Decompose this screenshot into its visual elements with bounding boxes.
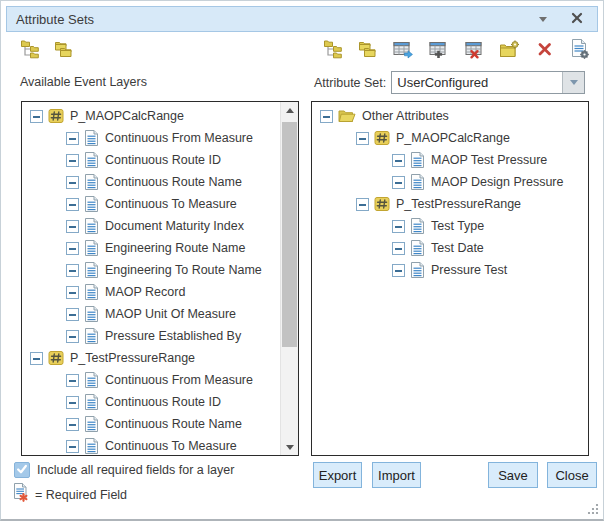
tree-item[interactable]: Continuous Route ID (22, 391, 280, 413)
tree-item[interactable]: Continuous To Measure (22, 193, 280, 215)
tree-item-label: P_MAOPCalcRange (70, 109, 184, 123)
tree-item-label: Engineering To Route Name (105, 263, 262, 277)
folder-tree-icon (20, 39, 40, 59)
attribute-set-tree: Other AttributesP_MAOPCalcRangeMAOP Test… (312, 105, 586, 281)
event-layer-icon (48, 108, 64, 124)
tree-item[interactable]: Test Date (312, 237, 586, 259)
attribute-set-combobox[interactable]: UserConfigured (391, 71, 585, 94)
tree-item[interactable]: MAOP Test Pressure (312, 149, 586, 171)
event-layer-icon (48, 350, 64, 366)
resize-grip[interactable] (587, 503, 599, 515)
tree-item-label: Continuous Route ID (105, 153, 221, 167)
tree-item-label: Continuous Route Name (105, 417, 242, 431)
collapse-toggle[interactable] (356, 132, 369, 145)
field-icon (410, 174, 425, 191)
collapse-toggle[interactable] (66, 330, 79, 343)
tree-item-label: Other Attributes (362, 109, 449, 123)
tree-item[interactable]: Document Maturity Index (22, 215, 280, 237)
collapse-toggle[interactable] (320, 110, 333, 123)
tree-item[interactable]: MAOP Unit Of Measure (22, 303, 280, 325)
folders-icon (54, 41, 74, 58)
tree-item[interactable]: MAOP Design Pressure (312, 171, 586, 193)
tree-item[interactable]: Engineering To Route Name (22, 259, 280, 281)
collapse-toggle[interactable] (66, 220, 79, 233)
remove-table-button[interactable] (461, 38, 483, 60)
tree-item-label: MAOP Unit Of Measure (105, 307, 236, 321)
folder-stack-button[interactable] (50, 38, 72, 60)
right-toolbar (319, 38, 589, 60)
collapse-toggle[interactable] (66, 418, 79, 431)
close-dialog-button[interactable]: Close (547, 462, 597, 488)
tree-item-label: MAOP Design Pressure (431, 175, 563, 189)
collapse-toggle[interactable] (66, 374, 79, 387)
tree-item[interactable]: P_MAOPCalcRange (312, 127, 586, 149)
tree-item[interactable]: Engineering Route Name (22, 237, 280, 259)
save-button[interactable]: Save (488, 462, 538, 488)
collapse-toggle[interactable] (392, 242, 405, 255)
collapse-toggle[interactable] (66, 176, 79, 189)
collapse-toggle[interactable] (392, 220, 405, 233)
new-attribute-set-button[interactable] (496, 38, 518, 60)
folder-stack-button[interactable] (354, 38, 376, 60)
attribute-set-value: UserConfigured (392, 72, 562, 93)
tree-item-label: Document Maturity Index (105, 219, 244, 233)
tree-item[interactable]: P_TestPressureRange (312, 193, 586, 215)
attribute-tree-button[interactable] (319, 38, 341, 60)
collapse-toggle[interactable] (392, 154, 405, 167)
chevron-down-icon (539, 17, 547, 22)
collapse-toggle[interactable] (66, 154, 79, 167)
vertical-scrollbar[interactable] (280, 102, 298, 455)
collapse-toggle[interactable] (66, 440, 79, 453)
tree-item-label: Pressure Established By (105, 329, 241, 343)
collapse-button[interactable] (532, 8, 554, 30)
collapse-toggle[interactable] (66, 286, 79, 299)
tree-item[interactable]: Continuous To Measure (22, 435, 280, 456)
tree-item[interactable]: P_MAOPCalcRange (22, 105, 280, 127)
collapse-toggle[interactable] (66, 396, 79, 409)
import-button[interactable]: Import (372, 462, 421, 488)
delete-button[interactable] (532, 38, 554, 60)
collapse-toggle[interactable] (392, 264, 405, 277)
scrollbar-thumb[interactable] (282, 122, 297, 347)
close-button[interactable] (566, 8, 588, 30)
tree-item[interactable]: P_TestPressureRange (22, 347, 280, 369)
collapse-toggle[interactable] (66, 132, 79, 145)
collapse-toggle[interactable] (356, 198, 369, 211)
field-icon (84, 438, 99, 455)
event-layer-icon (374, 196, 390, 212)
field-icon (84, 174, 99, 191)
tree-item[interactable]: Continuous Route Name (22, 171, 280, 193)
collapse-toggle[interactable] (392, 176, 405, 189)
collapse-toggle[interactable] (66, 242, 79, 255)
tree-item[interactable]: Continuous From Measure (22, 369, 280, 391)
tree-item[interactable]: Continuous From Measure (22, 127, 280, 149)
export-table-button[interactable] (390, 38, 412, 60)
triangle-up-icon (286, 108, 294, 113)
required-field-legend: = Required Field (35, 488, 127, 502)
add-table-button[interactable] (425, 38, 447, 60)
tree-item[interactable]: Continuous Route ID (22, 149, 280, 171)
collapse-toggle[interactable] (66, 198, 79, 211)
field-icon (84, 262, 99, 279)
tree-item[interactable]: Other Attributes (312, 105, 586, 127)
layer-tree-button[interactable] (16, 38, 38, 60)
tree-item[interactable]: MAOP Record (22, 281, 280, 303)
collapse-toggle[interactable] (66, 264, 79, 277)
collapse-toggle[interactable] (66, 308, 79, 321)
tree-item[interactable]: Pressure Test (312, 259, 586, 281)
field-icon (410, 152, 425, 169)
collapse-toggle[interactable] (30, 110, 43, 123)
chevron-down-icon (570, 80, 578, 85)
tree-item-label: Continuous To Measure (105, 197, 237, 211)
tree-item[interactable]: Pressure Established By (22, 325, 280, 347)
properties-button[interactable] (567, 38, 589, 60)
scroll-down-button[interactable] (281, 439, 298, 455)
tree-item[interactable]: Test Type (312, 215, 586, 237)
dialog-titlebar: Attribute Sets (6, 6, 598, 32)
export-button[interactable]: Export (313, 462, 362, 488)
collapse-toggle[interactable] (30, 352, 43, 365)
combobox-dropdown-button[interactable] (562, 72, 584, 93)
include-required-checkbox[interactable] (14, 462, 30, 478)
tree-item[interactable]: Continuous Route Name (22, 413, 280, 435)
scroll-up-button[interactable] (281, 102, 298, 118)
